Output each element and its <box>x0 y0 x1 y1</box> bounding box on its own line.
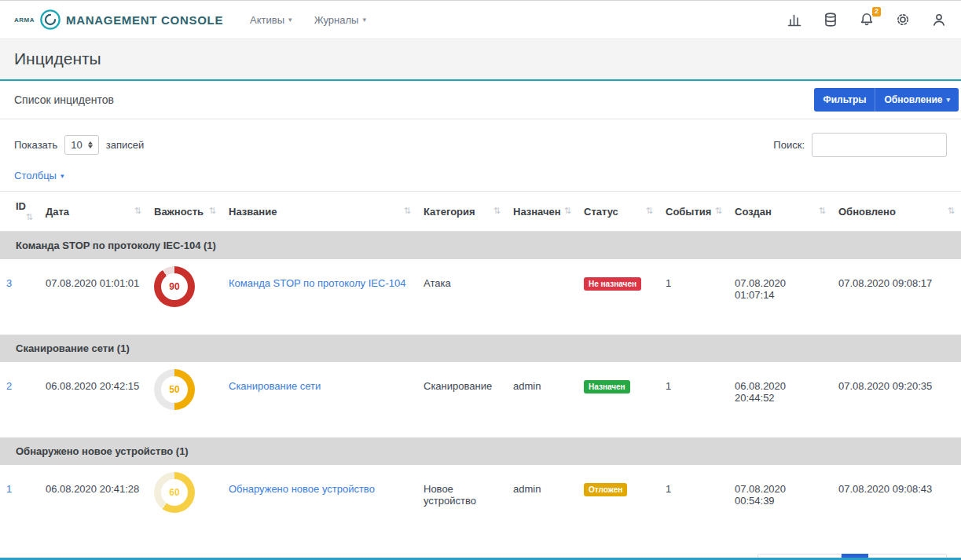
col-header-label: Обновлено <box>838 206 896 218</box>
incidents-table: ID⇅ Дата⇅ Важность⇅ Название⇅ Категория⇅… <box>0 191 961 540</box>
sort-icon: ⇅ <box>564 206 571 216</box>
incident-assignee: admin <box>507 362 578 437</box>
page-title: Инциденты <box>0 38 961 79</box>
database-icon[interactable] <box>823 12 838 27</box>
chevron-down-icon: ▾ <box>288 16 292 24</box>
incident-events: 1 <box>659 259 728 335</box>
columns-button-label: Столбцы <box>14 170 57 181</box>
severity-value: 90 <box>169 281 179 292</box>
page-size-select[interactable]: 10 <box>64 135 98 155</box>
table-controls: Показать 10 записей Поиск: <box>0 119 961 160</box>
sort-icon: ⇅ <box>134 206 141 216</box>
arma-logo-icon <box>39 9 61 31</box>
sort-icon: ⇅ <box>819 206 826 216</box>
col-header-date[interactable]: Дата⇅ <box>39 192 148 232</box>
sort-icon: ⇅ <box>646 206 653 216</box>
nav-assets-label: Активы <box>250 14 284 26</box>
col-header-label: Статус <box>584 206 618 218</box>
incident-updated: 07.08.2020 09:08:17 <box>832 259 961 335</box>
sort-icon: ⇅ <box>209 206 216 216</box>
sort-icon: ⇅ <box>493 206 501 216</box>
incident-category: Новое устройство <box>417 465 507 540</box>
gear-icon[interactable] <box>895 12 911 27</box>
col-header-created[interactable]: Создан⇅ <box>728 192 832 232</box>
incident-row: 2 06.08.2020 20:42:15 50 Сканирование се… <box>0 362 961 437</box>
chevron-down-icon: ▾ <box>362 16 366 24</box>
severity-gauge: 60 <box>154 472 195 513</box>
search-label: Поиск: <box>773 139 805 151</box>
incident-row: 3 07.08.2020 01:01:01 90 Команда STOP по… <box>0 259 961 335</box>
chevron-down-icon: ▾ <box>946 96 950 104</box>
col-header-events[interactable]: События⇅ <box>659 192 728 232</box>
col-header-name[interactable]: Название⇅ <box>222 192 417 232</box>
severity-gauge: 90 <box>154 266 195 307</box>
col-header-label: ID <box>16 200 26 212</box>
incident-date: 07.08.2020 01:01:01 <box>39 259 148 335</box>
notification-badge: 2 <box>872 7 881 16</box>
severity-gauge: 50 <box>154 369 195 410</box>
severity-value: 60 <box>169 487 179 498</box>
col-header-updated[interactable]: Обновлено⇅ <box>832 192 961 232</box>
card-header: Список инцидентов Фильтры Обновление ▾ <box>0 81 961 119</box>
incident-row: 1 06.08.2020 20:41:28 60 Обнаружено ново… <box>0 465 961 540</box>
search-input[interactable] <box>812 133 947 157</box>
show-label: Показать <box>14 139 57 151</box>
incident-date: 06.08.2020 20:42:15 <box>39 362 148 437</box>
incident-name-link[interactable]: Команда STOP по протоколу IEC-104 <box>229 277 405 289</box>
select-arrows-icon <box>88 141 93 148</box>
brand-title: MANAGEMENT CONSOLE <box>66 13 223 27</box>
status-badge: Не назначен <box>584 277 641 291</box>
incident-id-link[interactable]: 3 <box>6 277 12 289</box>
user-icon[interactable] <box>931 12 947 27</box>
incident-date: 06.08.2020 20:41:28 <box>39 465 148 540</box>
incident-id-link[interactable]: 2 <box>6 380 12 392</box>
col-header-category[interactable]: Категория⇅ <box>417 192 507 232</box>
brand[interactable]: ARMA MANAGEMENT CONSOLE <box>14 9 223 31</box>
incident-created: 06.08.2020 20:44:52 <box>728 362 832 437</box>
col-header-severity[interactable]: Важность⇅ <box>148 192 222 232</box>
col-header-label: Категория <box>424 206 475 218</box>
col-header-label: Дата <box>46 206 69 218</box>
group-title: Обнаружено новое устройство (1) <box>0 437 961 465</box>
group-header-row: Обнаружено новое устройство (1) <box>0 437 961 465</box>
card-title: Список инцидентов <box>14 93 114 106</box>
incidents-card: Список инцидентов Фильтры Обновление ▾ П… <box>0 79 961 560</box>
bar-chart-icon[interactable] <box>787 12 802 27</box>
columns-row: Столбцы ▾ <box>0 160 961 191</box>
refresh-button[interactable]: Обновление ▾ <box>875 88 959 112</box>
incident-name-link[interactable]: Обнаружено новое устройство <box>229 483 375 495</box>
bell-icon[interactable]: 2 <box>859 12 875 27</box>
sort-icon: ⇅ <box>948 206 955 216</box>
incident-assignee: admin <box>507 465 578 540</box>
filters-button[interactable]: Фильтры <box>814 88 875 112</box>
nav-journals-label: Журналы <box>314 14 359 26</box>
col-header-id[interactable]: ID⇅ <box>0 192 39 232</box>
filters-button-label: Фильтры <box>823 94 866 105</box>
group-title: Команда STOP по протоколу IEC-104 (1) <box>0 232 961 260</box>
navbar: ARMA MANAGEMENT CONSOLE Активы ▾ Журналы… <box>0 1 961 38</box>
col-header-status[interactable]: Статус⇅ <box>578 192 659 232</box>
col-header-label: Создан <box>735 206 772 218</box>
group-header-row: Сканирование сети (1) <box>0 335 961 362</box>
records-label: записей <box>106 139 144 151</box>
status-badge: Назначен <box>584 380 630 393</box>
col-header-label: Назначен <box>513 206 561 218</box>
columns-button[interactable]: Столбцы ▾ <box>14 170 64 181</box>
nav-journals[interactable]: Журналы ▾ <box>314 14 366 26</box>
main-menu: Активы ▾ Журналы ▾ <box>250 14 366 26</box>
chevron-down-icon: ▾ <box>61 172 64 180</box>
page-size-value: 10 <box>71 139 82 151</box>
status-badge: Отложен <box>584 483 627 496</box>
incident-id-link[interactable]: 1 <box>6 483 12 495</box>
group-title: Сканирование сети (1) <box>0 335 961 362</box>
table-header-row: ID⇅ Дата⇅ Важность⇅ Название⇅ Категория⇅… <box>0 192 961 232</box>
incident-name-link[interactable]: Сканирование сети <box>229 380 321 392</box>
col-header-assignee[interactable]: Назначен⇅ <box>507 192 578 232</box>
search-control: Поиск: <box>773 133 947 157</box>
incident-assignee <box>507 259 578 335</box>
incident-updated: 07.08.2020 09:20:35 <box>832 362 961 437</box>
card-actions: Фильтры Обновление ▾ <box>814 88 959 112</box>
incident-updated: 07.08.2020 09:08:43 <box>832 465 961 540</box>
nav-assets[interactable]: Активы ▾ <box>250 14 292 26</box>
incident-category: Сканирование <box>417 362 507 437</box>
